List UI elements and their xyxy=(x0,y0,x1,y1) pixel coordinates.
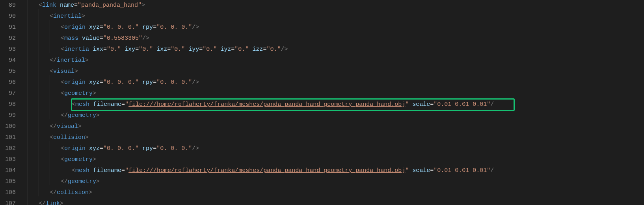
token-tag: geometry xyxy=(68,178,96,185)
token-tag: geometry xyxy=(64,156,93,163)
token-eq: = xyxy=(100,24,103,31)
token-bracket: > xyxy=(96,178,100,185)
token-attr: xyz xyxy=(89,145,100,152)
token-val: "0.5583305" xyxy=(103,35,142,42)
token-bracket: < xyxy=(61,79,64,86)
token-eq: = xyxy=(121,101,125,108)
line-number: 104 xyxy=(4,165,16,176)
token-tag: origin xyxy=(64,79,86,86)
token-bracket: < xyxy=(61,46,64,53)
code-line[interactable]: </inertial> xyxy=(28,55,644,66)
code-line[interactable]: </link> xyxy=(28,198,644,205)
token-attr: value xyxy=(82,35,100,42)
token-bracket: </ xyxy=(61,112,68,119)
token-attr: iyy xyxy=(188,46,199,53)
code-editor[interactable]: 8990919293949596979899100101102103104105… xyxy=(0,0,644,205)
token-attr: filename xyxy=(93,101,121,108)
token-space xyxy=(249,46,252,53)
token-bracket: < xyxy=(61,24,64,31)
code-line[interactable]: </geometry> xyxy=(28,110,644,121)
token-bracket: /> xyxy=(192,145,199,152)
token-attr: ixy xyxy=(125,46,135,53)
token-bracket: </ xyxy=(50,57,57,64)
token-eq: = xyxy=(430,167,434,174)
token-tag: geometry xyxy=(68,112,96,119)
line-number: 92 xyxy=(4,33,16,44)
line-number: 96 xyxy=(4,77,16,88)
code-line[interactable]: <link name="panda_panda_hand"> xyxy=(28,0,644,11)
token-tag: link xyxy=(42,2,56,9)
code-line[interactable]: <visual> xyxy=(28,66,644,77)
code-line[interactable]: <origin xyz="0. 0. 0." rpy="0. 0. 0."/> xyxy=(28,143,644,154)
line-number: 106 xyxy=(4,187,16,198)
token-space xyxy=(139,24,142,31)
token-val: "0." xyxy=(235,46,249,53)
token-attr: ixz xyxy=(156,46,167,53)
token-bracket: > xyxy=(74,68,78,75)
line-number: 100 xyxy=(4,121,16,132)
token-bracket: </ xyxy=(39,200,46,205)
line-number: 95 xyxy=(4,66,16,77)
code-line[interactable]: <origin xyz="0. 0. 0." rpy="0. 0. 0."/> xyxy=(28,22,644,33)
line-number: 99 xyxy=(4,110,16,121)
token-bracket: < xyxy=(50,13,53,20)
code-line[interactable]: </visual> xyxy=(28,121,644,132)
token-eq: = xyxy=(167,46,171,53)
token-space xyxy=(139,145,142,152)
line-number: 101 xyxy=(4,132,16,143)
token-tag: visual xyxy=(57,123,78,130)
token-space xyxy=(121,46,125,53)
token-bracket: > xyxy=(93,156,96,163)
token-space xyxy=(409,101,412,108)
code-line[interactable]: <collision> xyxy=(28,132,644,143)
token-attr: ixx xyxy=(93,46,103,53)
token-tag: mesh xyxy=(75,101,89,108)
line-number: 102 xyxy=(4,143,16,154)
token-eq: = xyxy=(103,46,107,53)
code-line[interactable]: <mesh filename="file:///home/roflaherty/… xyxy=(28,165,644,176)
line-number: 90 xyxy=(4,11,16,22)
token-bracket: / xyxy=(490,167,494,174)
token-tag: collision xyxy=(57,189,89,196)
token-tag: geometry xyxy=(64,90,93,97)
token-bracket: < xyxy=(61,90,64,97)
token-bracket: > xyxy=(60,200,63,205)
token-bracket: /> xyxy=(281,46,288,53)
token-bracket: </ xyxy=(50,123,57,130)
code-line[interactable]: <inertia ixx="0." ixy="0." ixz="0." iyy=… xyxy=(28,44,644,55)
token-attr: xyz xyxy=(89,79,100,86)
token-val: "0. 0. 0." xyxy=(156,79,192,86)
token-bracket: /> xyxy=(142,35,149,42)
token-space xyxy=(217,46,220,53)
code-line[interactable]: <geometry> xyxy=(28,154,644,165)
code-line[interactable]: <origin xyz="0. 0. 0." rpy="0. 0. 0."/> xyxy=(28,77,644,88)
token-val: "0. 0. 0." xyxy=(156,24,192,31)
code-line[interactable]: <inertial> xyxy=(28,11,644,22)
token-tag: mass xyxy=(64,35,78,42)
token-val: "0." xyxy=(171,46,185,53)
token-space xyxy=(153,46,156,53)
token-eq: = xyxy=(153,145,156,152)
token-space xyxy=(89,46,93,53)
token-bracket: < xyxy=(72,101,75,108)
token-space xyxy=(185,46,188,53)
token-bracket: / xyxy=(490,101,494,108)
token-bracket: /> xyxy=(192,79,199,86)
code-line[interactable]: <mesh filename="file:///home/roflaherty/… xyxy=(28,99,644,110)
token-eq: = xyxy=(121,167,125,174)
code-area[interactable]: <link name="panda_panda_hand"><inertial>… xyxy=(24,0,644,205)
code-line[interactable]: <mass value="0.5583305"/> xyxy=(28,33,644,44)
code-line[interactable]: </geometry> xyxy=(28,176,644,187)
token-eq: = xyxy=(153,79,156,86)
line-number: 97 xyxy=(4,88,16,99)
token-attr: name xyxy=(60,2,74,9)
line-number: 107 xyxy=(4,198,16,205)
token-bracket: < xyxy=(72,167,75,174)
token-val: " xyxy=(125,167,128,174)
code-line[interactable]: <geometry> xyxy=(28,88,644,99)
line-number-gutter: 8990919293949596979899100101102103104105… xyxy=(0,0,24,205)
code-line[interactable]: </collision> xyxy=(28,187,644,198)
token-tag: collision xyxy=(53,134,85,141)
token-eq: = xyxy=(135,46,139,53)
token-val: "0." xyxy=(139,46,153,53)
